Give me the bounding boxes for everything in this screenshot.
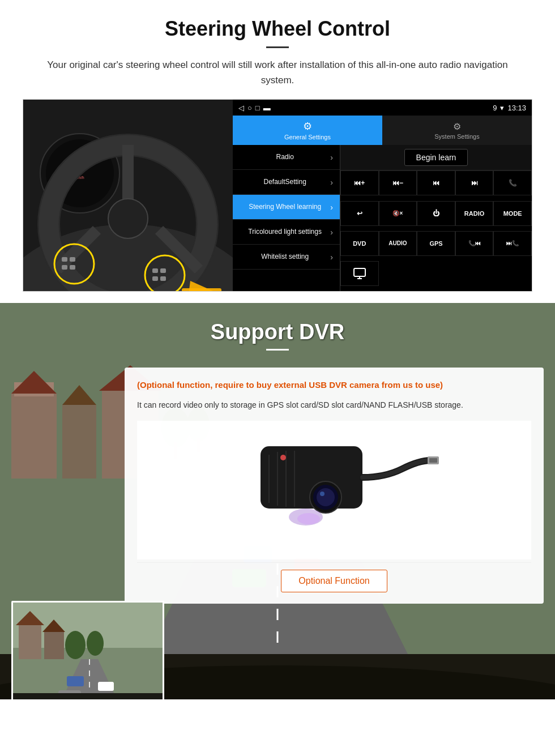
ctrl-audio[interactable]: AUDIO [379,231,417,256]
svg-point-56 [280,455,286,460]
ctrl-phone-next[interactable]: ⏭📞 [493,231,532,256]
steering-demo: 120 km/h [23,99,532,292]
dvr-camera-svg [227,429,442,554]
tab-general-label: General Settings [284,134,331,140]
page-title: Steering Wheel Control [23,17,532,41]
arrow-icon-3: › [330,203,333,212]
menu-tricolor-label: Tricoloured light settings [240,228,330,237]
menu-icon: ▬ [263,104,271,112]
dvr-camera-container [137,421,531,559]
dvr-title: Support DVR [0,320,555,344]
ctrl-extra[interactable] [340,261,379,286]
settings-tabs: ⚙ General Settings ⚙ System Settings [233,116,532,145]
menu-item-radio[interactable]: Radio › [233,145,340,170]
ctrl-phone[interactable]: 📞 [493,170,532,195]
dvr-section: Support DVR (Optional function, require … [0,303,555,699]
svg-point-54 [317,488,335,506]
svg-rect-19 [70,265,75,270]
svg-point-55 [320,492,325,496]
ctrl-prev[interactable]: ⏮ [417,170,455,195]
system-icon: ⚙ [453,121,461,132]
menu-list: Radio › DefaultSetting › Steering Wheel … [233,145,340,291]
recents-icon: □ [255,104,260,112]
tab-general[interactable]: ⚙ General Settings [233,116,382,145]
svg-rect-17 [70,257,75,262]
ctrl-gps[interactable]: GPS [417,231,455,256]
dvr-divider [266,349,289,351]
back-icon: ◁ [238,104,244,112]
arrow-icon-5: › [330,253,333,262]
svg-rect-16 [62,257,67,262]
menu-whitelist-label: Whitelist setting [240,253,330,262]
section-description: Your original car's steering wheel contr… [34,57,521,88]
tab-system[interactable]: ⚙ System Settings [382,116,532,145]
ctrl-vol-up[interactable]: ⏮+ [340,170,379,195]
status-time: 13:13 [507,104,526,112]
begin-learn-area: Begin learn [340,145,532,170]
menu-steering-label: Steering Wheel learning [240,203,330,212]
wifi-icon: ▾ [500,104,504,112]
dvr-description-text: It can record video only to storage in G… [137,399,531,412]
home-icon: ○ [247,104,252,112]
svg-rect-24 [354,268,365,276]
ctrl-radio[interactable]: RADIO [455,201,494,226]
menu-default-label: DefaultSetting [240,178,330,187]
ctrl-vol-down[interactable]: ⏮− [379,170,417,195]
svg-rect-21 [160,268,166,273]
dvr-info-card: (Optional function, require to buy exter… [125,368,544,603]
control-grid: ⏮+ ⏮− ⏮ ⏭ 📞 ↩ 🔇× ⏻ RADIO MODE DVD AUDIO … [340,170,532,291]
menu-item-whitelist[interactable]: Whitelist setting › [233,245,340,270]
ctrl-power[interactable]: ⏻ [417,201,455,226]
svg-point-67 [65,631,86,659]
control-panel: Begin learn ⏮+ ⏮− ⏮ ⏭ 📞 ↩ 🔇× ⏻ RADIO MOD… [340,145,532,291]
arrow-icon-2: › [330,178,333,187]
steering-section: Steering Wheel Control Your original car… [0,0,555,303]
menu-radio-label: Radio [240,153,330,162]
svg-rect-20 [152,268,158,273]
svg-point-68 [87,631,104,656]
dvr-main-card: (Optional function, require to buy exter… [11,368,544,603]
svg-rect-15 [182,288,221,292]
status-bar: ◁ ○ □ ▬ 9 ▾ 13:13 [233,100,532,116]
svg-rect-65 [44,631,64,659]
dvr-optional-text: (Optional function, require to buy exter… [137,379,531,392]
svg-point-11 [108,199,148,238]
ctrl-mode[interactable]: MODE [493,201,532,226]
title-divider [266,46,289,48]
steering-wheel-image: 120 km/h [23,100,233,292]
ctrl-phone-prev[interactable]: 📞⏮ [455,231,494,256]
optional-function-button[interactable]: Optional Function [281,570,387,592]
tab-system-label: System Settings [434,133,479,140]
menu-item-default[interactable]: DefaultSetting › [233,170,340,195]
dvr-title-area: Support DVR [0,303,555,359]
svg-point-60 [297,513,320,524]
menu-item-tricolor[interactable]: Tricoloured light settings › [233,220,340,245]
android-ui-panel: ◁ ○ □ ▬ 9 ▾ 13:13 ⚙ General Settings ⚙ S… [233,100,532,291]
svg-rect-72 [98,682,114,691]
ctrl-mute[interactable]: 🔇× [379,201,417,226]
svg-rect-23 [160,276,166,281]
ctrl-next[interactable]: ⏭ [455,170,494,195]
svg-rect-18 [62,265,67,270]
arrow-icon: › [330,153,333,162]
gear-icon: ⚙ [303,120,312,133]
menu-item-steering[interactable]: Steering Wheel learning › [233,195,340,220]
signal-icon: 9 [493,104,497,112]
svg-rect-22 [152,276,158,281]
ctrl-back[interactable]: ↩ [340,201,379,226]
arrow-icon-4: › [330,228,333,237]
begin-learn-button[interactable]: Begin learn [404,149,468,166]
dashcam-preview [11,601,164,700]
svg-rect-75 [13,693,164,700]
svg-rect-63 [19,625,41,659]
ctrl-dvd[interactable]: DVD [340,231,379,256]
svg-rect-58 [429,458,437,463]
settings-menu: Radio › DefaultSetting › Steering Wheel … [233,145,532,291]
optional-function-area: Optional Function [137,562,531,601]
svg-rect-71 [67,676,84,686]
